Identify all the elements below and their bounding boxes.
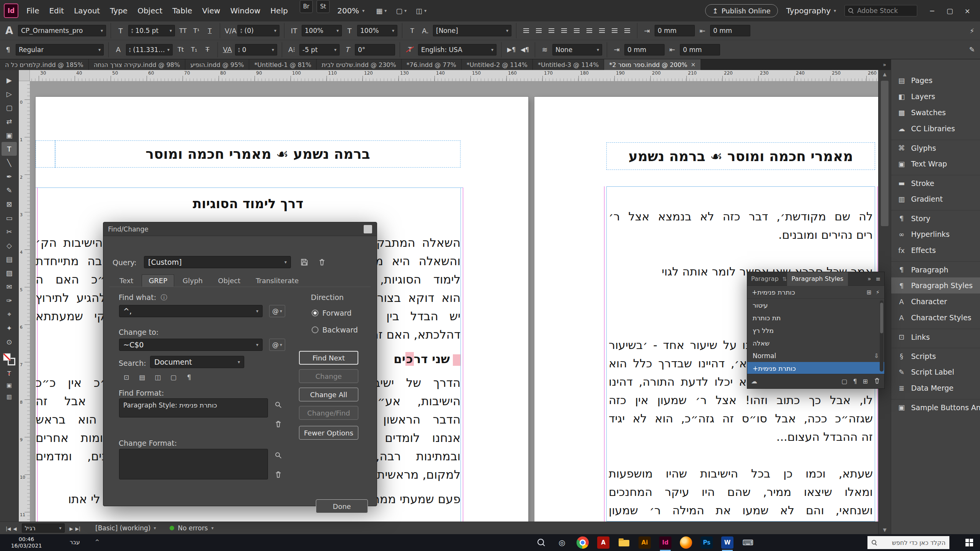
panel-menu-icon[interactable]: ≡ [875, 276, 880, 282]
edit-icon[interactable]: ✎ [967, 46, 977, 54]
character-formatting-icon[interactable]: A [3, 25, 15, 36]
panel-character[interactable]: A Character [891, 293, 980, 310]
kerning-field[interactable]: ▴▾(0)▾ [237, 25, 279, 36]
rectangle-frame-tool[interactable]: ⊠ [2, 197, 17, 211]
paragraph-style-item[interactable]: מלל רץ [747, 324, 884, 337]
align-right-button[interactable] [546, 26, 557, 36]
find-change-tab[interactable]: Transliterate [249, 274, 305, 287]
document-tab[interactable]: הופיע.indd @ 95% × [185, 59, 249, 70]
preflight-profile-select[interactable]: [Basic] (working)▾ [95, 524, 156, 532]
workspace-switcher[interactable]: Typography▾ [786, 6, 836, 15]
windows-search-input[interactable]: הקלד כאן כדי לחפש [867, 536, 949, 549]
include-master-pages-icon[interactable]: ▢ [168, 372, 179, 382]
view-options-button[interactable]: ▦▾ [373, 4, 390, 17]
panel-paragraph-styles[interactable]: ¶ Paragraph Styles [891, 277, 980, 293]
paragraph-style-item[interactable]: כותרת פנימית+ [747, 362, 884, 375]
menu-type[interactable]: Type [105, 0, 132, 21]
panel-scrollbar[interactable] [880, 300, 884, 372]
left-indent-field[interactable]: 0 mm [655, 25, 695, 36]
cc-sync-icon[interactable]: ☁ [751, 378, 757, 385]
restore-button[interactable]: ▢ [941, 0, 959, 21]
vertical-ruler[interactable]: 01234567891011 [19, 81, 30, 522]
stepper-icon[interactable]: ▴▾ [240, 28, 242, 34]
special-characters-find-button[interactable]: @▾ [269, 305, 285, 317]
document-tab[interactable]: *ספר מוסר 2.indd @ 200% × [604, 59, 701, 70]
baseline-shift-field[interactable]: -5 pt▾ [299, 44, 340, 55]
panel-stroke[interactable]: ▬ Stroke [891, 175, 980, 191]
document-tab[interactable]: קלמרים כל ה.indd @ 185% × [0, 59, 89, 70]
find-change-tab[interactable]: GREP [142, 274, 174, 287]
explorer-icon[interactable] [618, 536, 630, 549]
clear-change-format-icon[interactable] [273, 469, 283, 479]
scroll-up-icon[interactable]: ▲ [879, 72, 891, 77]
find-change-tab[interactable]: Object [211, 274, 248, 287]
skew-field[interactable]: 0° [355, 44, 395, 55]
save-query-icon[interactable] [299, 257, 309, 267]
strikethrough-button[interactable]: T [202, 44, 213, 55]
indesign-icon[interactable]: Id [659, 536, 671, 549]
zoom-level-select[interactable]: 200%▾ [337, 6, 364, 15]
done-button[interactable]: Done [316, 499, 368, 513]
previous-spread-button[interactable]: ◀ [12, 526, 18, 531]
bridge-badge[interactable]: Br [300, 0, 313, 13]
menu-help[interactable]: Help [265, 0, 293, 21]
menu-edit[interactable]: Edit [44, 0, 69, 21]
publish-online-button[interactable]: ↥ Publish Online [705, 4, 778, 17]
type-tool[interactable]: T [2, 142, 17, 156]
panel-glyphs[interactable]: ⌘ Glyphs [891, 140, 980, 156]
underline-button[interactable]: T [204, 25, 215, 36]
panel-cc-libraries[interactable]: ☁ CC Libraries [891, 121, 980, 137]
content-collector-tool[interactable]: ▣ [2, 128, 17, 142]
menu-view[interactable]: View [197, 0, 225, 21]
word-icon[interactable]: W [721, 536, 733, 549]
menu-layout[interactable]: Layout [69, 0, 105, 21]
paragraph-styles-panel-tab[interactable]: Paragraph Styles [787, 272, 848, 286]
panel-swatches[interactable]: ▩ Swatches [891, 104, 980, 121]
dialog-close-button[interactable] [364, 225, 372, 233]
note-tool[interactable]: ✉ [2, 280, 17, 293]
eyedropper-tool[interactable]: ✑ [2, 293, 17, 307]
right-indent-field[interactable]: 0 mm [710, 25, 750, 36]
specify-find-format-icon[interactable] [273, 400, 283, 410]
menu-object[interactable]: Object [132, 0, 167, 21]
hidden-icons-chevron[interactable]: ^ [95, 539, 100, 545]
panel-sample-buttons[interactable]: ▣ Sample Buttons An... [891, 399, 980, 415]
gap-tool[interactable]: ⇄ [2, 114, 17, 128]
pencil-tool[interactable]: ✎ [2, 183, 17, 197]
change-format-box[interactable] [119, 449, 268, 479]
document-tab[interactable]: *Untitled-1 @ 81% × [249, 59, 317, 70]
change-to-input[interactable]: ~C$0▾ [119, 339, 263, 351]
page-tool[interactable]: ▢ [2, 101, 17, 114]
panel-script-label[interactable]: ✎ Script Label [891, 364, 980, 380]
language-indicator[interactable]: עבר [70, 539, 80, 546]
stepper-icon[interactable]: ▴▾ [129, 47, 131, 53]
stepper-icon[interactable]: ▴▾ [238, 47, 240, 53]
illustrator-icon[interactable]: Ai [639, 536, 651, 549]
panel-links[interactable]: ⊡ Links [891, 329, 980, 345]
small-caps-button[interactable]: Tt [175, 44, 186, 55]
redefine-style-icon[interactable]: ⚡ [875, 289, 880, 296]
close-button[interactable]: × [959, 0, 976, 21]
screen-mode-button[interactable]: ▢▾ [393, 4, 410, 17]
last-spread-button[interactable]: ▶| [74, 526, 82, 531]
collapse-panel-icon[interactable]: » [867, 276, 871, 282]
subscript-button[interactable]: T₁ [189, 44, 199, 55]
adobe-stock-search-input[interactable]: Adobe Stock [844, 5, 917, 16]
record-icon[interactable]: ◎ [556, 536, 568, 549]
find-change-tab[interactable]: Glyph [176, 274, 209, 287]
query-select[interactable]: [Custom]▾ [144, 256, 291, 268]
change-button[interactable]: Change [299, 369, 358, 383]
font-style-select[interactable]: Regular▾ [16, 44, 104, 55]
minimize-button[interactable]: ─ [923, 0, 941, 21]
free-transform-tool[interactable]: ◇ [2, 238, 17, 252]
normal-view-button[interactable]: ▣ [7, 382, 12, 389]
line-tool[interactable]: ╲ [2, 156, 17, 170]
panel-gradient[interactable]: ▥ Gradient [891, 191, 980, 207]
last-line-indent-field[interactable]: 0 mm [680, 44, 720, 55]
change-find-button[interactable]: Change/Find [299, 406, 358, 420]
justify-all-button[interactable] [597, 26, 607, 36]
stepper-icon[interactable]: ▴▾ [131, 28, 133, 34]
justify-last-center-button[interactable] [572, 26, 582, 36]
paragraph-panel-tab[interactable]: Paragrap [747, 275, 782, 282]
search-scope-select[interactable]: Document▾ [150, 356, 244, 368]
